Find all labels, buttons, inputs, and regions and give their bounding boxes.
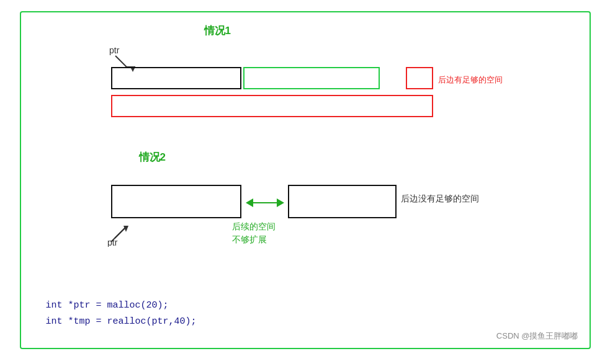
bar-red-expanded: [111, 95, 433, 117]
watermark: CSDN @摸鱼王胖嘟嘟: [496, 331, 578, 342]
code-line2: int *tmp = realloc(ptr,40);: [46, 314, 197, 330]
case2-right-label: 后边没有足够的空间: [401, 193, 479, 205]
box-original: [111, 67, 241, 89]
arrow-right-head: [277, 198, 284, 207]
code-section: int *ptr = malloc(20); int *tmp = reallo…: [46, 298, 197, 329]
case2-green-line1: 后续的空间: [232, 220, 276, 233]
ptr-bottom-group: ptr: [106, 203, 150, 249]
double-arrow: [243, 198, 287, 207]
code-line1: int *ptr = malloc(20);: [46, 298, 197, 314]
svg-line-1: [115, 56, 127, 67]
diagram-container: 情况1 ptr 后边有足够的空间 情况2 后边没有足够的空间 后续的: [20, 11, 591, 349]
box-extra-green: [243, 67, 380, 89]
arrow-line: [251, 202, 279, 203]
ptr-bottom-arrow-svg: ptr: [106, 203, 150, 247]
case2-green-label: 后续的空间 不够扩展: [232, 220, 276, 246]
svg-text:ptr: ptr: [109, 45, 120, 55]
red-right-label: 后边有足够的空间: [438, 74, 503, 86]
svg-text:ptr: ptr: [107, 237, 118, 247]
box2-right: [288, 185, 397, 218]
case2-green-line2: 不够扩展: [232, 233, 276, 246]
box-red-small: [406, 67, 433, 89]
case2-label: 情况2: [139, 150, 166, 164]
case1-label: 情况1: [204, 24, 231, 38]
